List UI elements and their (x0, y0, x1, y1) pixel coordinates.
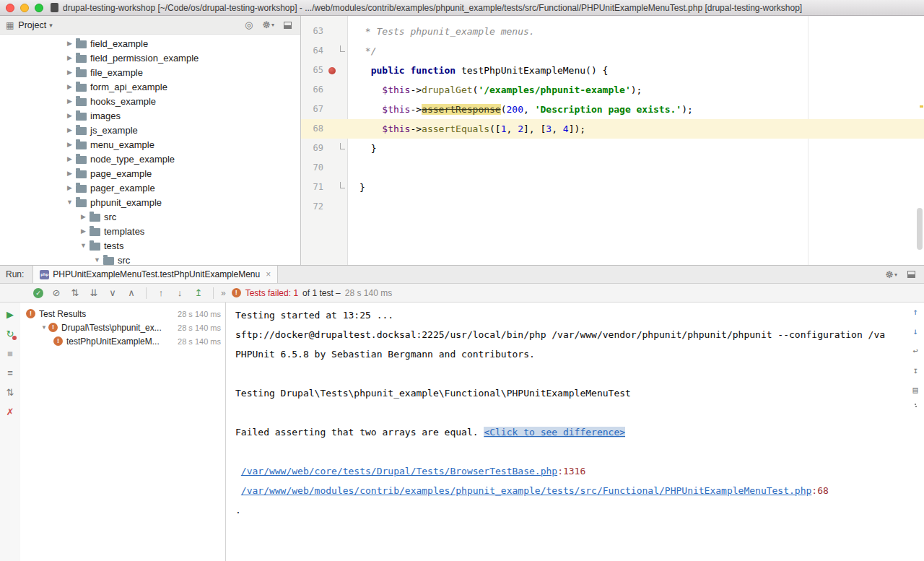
code-text[interactable]: $this->drupalGet('/examples/phpunit-exam… (347, 80, 924, 100)
chevron-down-icon[interactable]: ▼ (92, 256, 102, 264)
collapse-all-icon[interactable]: ∧ (126, 287, 137, 299)
code-text[interactable] (347, 197, 924, 217)
code-text[interactable]: $this->assertEquals([1, 2], [3, 4]); (347, 119, 924, 139)
expand-all-icon[interactable]: ∨ (107, 287, 118, 299)
fold-marker-icon[interactable] (340, 182, 345, 188)
soft-wrap-icon[interactable]: ↩ (910, 345, 921, 357)
chevron-down-icon[interactable]: ▾ (49, 22, 53, 29)
close-button[interactable] (6, 4, 14, 12)
scroll-from-source-icon[interactable]: ◎ (245, 19, 253, 30)
chevron-right-icon[interactable]: ▶ (65, 141, 74, 148)
fold-gutter[interactable] (337, 80, 347, 100)
console-output[interactable]: Testing started at 13:25 ...sftp://docke… (226, 303, 924, 561)
zoom-button[interactable] (35, 4, 43, 12)
test-tree-item[interactable]: ▼!Drupal\Tests\phpunit_ex...28 s 140 ms (20, 321, 225, 334)
print-icon[interactable]: ▤ (910, 384, 921, 396)
chevron-down-icon[interactable]: ▼ (40, 324, 48, 331)
next-failed-test-icon[interactable]: ↓ (174, 287, 186, 299)
project-tree-item[interactable]: ▼src (0, 253, 300, 265)
chevron-right-icon[interactable]: ▶ (65, 54, 74, 61)
import-test-results-icon[interactable]: ↥ (193, 287, 204, 299)
code-text[interactable]: * Tests phpunit_example menus. (347, 22, 924, 41)
chevron-right-icon[interactable]: ▶ (65, 69, 74, 76)
test-tree-item[interactable]: !testPhpUnitExampleM...28 s 140 ms (20, 334, 225, 348)
line-number[interactable]: 69 (301, 139, 327, 158)
chevron-right-icon[interactable]: ▶ (79, 213, 88, 220)
stop-icon[interactable]: ■ (4, 348, 16, 360)
project-tree-item[interactable]: ▶field_example (0, 36, 300, 51)
gutter-icon-area[interactable] (327, 139, 337, 158)
editor[interactable]: 63 * Tests phpunit_example menus.64 */65… (301, 16, 924, 265)
line-number[interactable]: 65 (301, 61, 327, 80)
project-tree-item[interactable]: ▶src (0, 209, 300, 224)
project-tree-item[interactable]: ▶images (0, 108, 300, 123)
gutter-icon-area[interactable] (327, 178, 337, 197)
chevron-down-icon[interactable]: ▼ (79, 242, 88, 249)
chevron-right-icon[interactable]: ▶ (65, 112, 74, 119)
editor-scrollbar-thumb[interactable] (917, 208, 923, 250)
test-history-icon[interactable]: ≡ (4, 368, 16, 379)
console-link[interactable]: /var/www/web/modules/contrib/examples/ph… (241, 485, 812, 496)
code-text[interactable]: public function testPhpUnitExampleMenu()… (347, 61, 924, 80)
console-link[interactable]: <Click to see difference> (484, 427, 625, 438)
fold-gutter[interactable] (337, 22, 347, 41)
gutter-icon-area[interactable] (327, 158, 337, 178)
project-tree-item[interactable]: ▶js_example (0, 123, 300, 137)
fold-marker-icon[interactable] (340, 45, 345, 52)
project-tree-item[interactable]: ▼tests (0, 238, 300, 253)
gutter-icon-area[interactable] (327, 119, 337, 139)
project-tree-item[interactable]: ▶pager_example (0, 181, 300, 195)
clear-console-icon[interactable] (910, 404, 921, 415)
rerun-tests-icon[interactable]: ▶ (4, 309, 16, 321)
console-link[interactable]: /var/www/web/core/tests/Drupal/Tests/Bro… (241, 466, 557, 477)
chevron-right-icon[interactable]: ▶ (65, 155, 74, 162)
gutter-icon-area[interactable] (327, 100, 337, 119)
line-number[interactable]: 63 (301, 22, 327, 41)
up-stack-trace-icon[interactable]: ↑ (910, 306, 921, 318)
gutter-icon-area[interactable] (327, 22, 337, 41)
project-tree-item[interactable]: ▶hooks_example (0, 94, 300, 108)
line-number[interactable]: 64 (301, 41, 327, 61)
sort-by-duration-icon[interactable]: ⇊ (88, 287, 100, 299)
test-failed-gutter-icon[interactable] (328, 67, 336, 74)
chevron-right-icon[interactable]: ▶ (65, 40, 74, 47)
project-tree-item[interactable]: ▶menu_example (0, 137, 300, 152)
chevron-right-icon[interactable]: ▶ (65, 83, 74, 90)
close-tab-icon[interactable]: × (266, 269, 271, 279)
chevron-right-icon[interactable]: ▶ (65, 184, 74, 191)
run-tab[interactable]: php PHPUnitExampleMenuTest.testPhpUnitEx… (32, 266, 278, 283)
sort-alphabetically-icon[interactable]: ⇅ (69, 287, 81, 299)
scroll-to-end-icon[interactable]: ↧ (910, 365, 921, 376)
settings-gear-icon[interactable]: ☸▾ (885, 269, 897, 280)
fold-gutter[interactable] (337, 178, 347, 197)
code-text[interactable]: } (347, 139, 924, 158)
scroll-sync-icon[interactable]: ⇅ (4, 387, 16, 399)
fold-marker-icon[interactable] (340, 143, 345, 149)
fold-gutter[interactable] (337, 139, 347, 158)
gutter-icon-area[interactable] (327, 41, 337, 61)
fold-gutter[interactable] (337, 119, 347, 139)
chevron-down-icon[interactable]: ▼ (65, 199, 74, 206)
line-number[interactable]: 68 (301, 119, 327, 139)
show-ignored-icon[interactable]: ⊘ (51, 287, 62, 299)
line-number[interactable]: 72 (301, 197, 327, 217)
code-text[interactable]: */ (347, 41, 924, 61)
line-number[interactable]: 71 (301, 178, 327, 197)
project-tree-item[interactable]: ▶field_permission_example (0, 51, 300, 65)
previous-failed-test-icon[interactable]: ↑ (155, 287, 167, 299)
gutter-icon-area[interactable] (327, 197, 337, 217)
chevrons-icon[interactable]: » (221, 288, 226, 298)
gutter-icon-area[interactable] (327, 80, 337, 100)
project-tree-item[interactable]: ▶templates (0, 224, 300, 238)
settings-gear-icon[interactable]: ☸▾ (262, 19, 274, 30)
hide-panel-icon[interactable] (284, 22, 292, 29)
code-text[interactable]: } (347, 178, 924, 197)
fold-gutter[interactable] (337, 41, 347, 61)
chevron-right-icon[interactable]: ▶ (79, 227, 88, 235)
close-window-icon[interactable]: ✗ (4, 406, 16, 418)
minimize-button[interactable] (20, 4, 29, 12)
rerun-failed-tests-icon[interactable]: ↻ (4, 329, 16, 340)
warning-stripe-mark[interactable] (920, 105, 923, 108)
project-tree-item[interactable]: ▶page_example (0, 166, 300, 181)
project-panel-title[interactable]: Project (18, 20, 46, 30)
